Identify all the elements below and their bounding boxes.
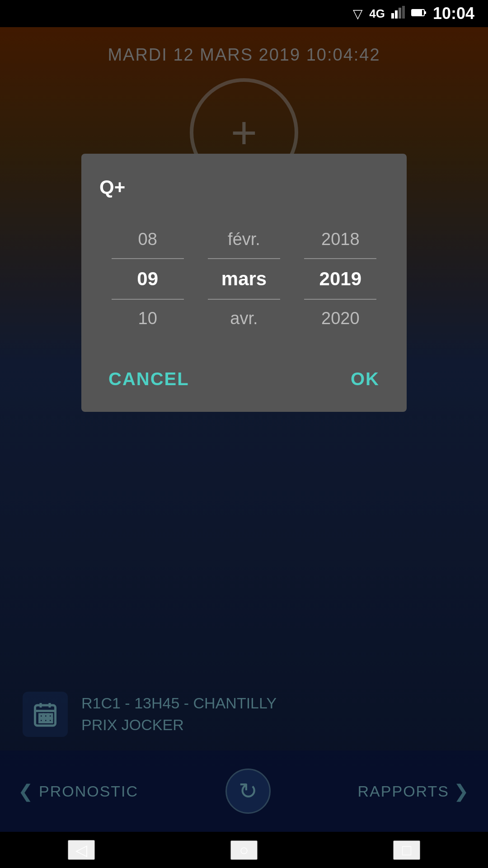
year-item-prev[interactable]: 2018	[300, 221, 381, 258]
date-picker[interactable]: 08 09 10 févr. mars avr. 2018 2019 202	[99, 221, 389, 337]
status-icons: ▽ 4G 10:04	[353, 4, 474, 23]
network-label: 4G	[369, 7, 385, 21]
month-item-selected[interactable]: mars	[203, 259, 285, 299]
svg-rect-11	[395, 10, 398, 19]
month-column[interactable]: févr. mars avr.	[203, 221, 285, 337]
svg-rect-12	[399, 8, 401, 19]
year-item-next[interactable]: 2020	[300, 300, 381, 337]
svg-rect-15	[413, 10, 422, 15]
month-item-next[interactable]: avr.	[203, 300, 285, 337]
year-column[interactable]: 2018 2019 2020	[300, 221, 381, 337]
system-nav: ◁ ○ □	[0, 832, 488, 868]
modal-overlay: Q+ 08 09 10 févr. mars avr. 2018	[0, 27, 488, 868]
battery-icon	[411, 6, 427, 21]
recent-button[interactable]: □	[393, 840, 420, 860]
back-button[interactable]: ◁	[68, 840, 95, 860]
cancel-button[interactable]: CANCEL	[99, 364, 198, 394]
wifi-icon: ▽	[353, 6, 363, 21]
date-picker-dialog: Q+ 08 09 10 févr. mars avr. 2018	[81, 154, 407, 412]
year-item-selected[interactable]: 2019	[300, 259, 381, 299]
dialog-title: Q+	[99, 176, 389, 198]
svg-rect-16	[424, 11, 426, 14]
day-column[interactable]: 08 09 10	[107, 221, 188, 337]
ok-button[interactable]: OK	[342, 364, 389, 394]
day-item-next[interactable]: 10	[107, 300, 188, 337]
day-item-selected[interactable]: 09	[107, 259, 188, 299]
month-item-prev[interactable]: févr.	[203, 221, 285, 258]
svg-rect-10	[391, 13, 394, 19]
home-button[interactable]: ○	[230, 840, 258, 860]
svg-rect-13	[402, 6, 405, 19]
dialog-buttons: CANCEL OK	[99, 364, 389, 394]
status-bar: ▽ 4G 10:04	[0, 0, 488, 27]
day-item-prev[interactable]: 08	[107, 221, 188, 258]
signal-icon	[391, 6, 405, 22]
status-time: 10:04	[433, 4, 474, 23]
